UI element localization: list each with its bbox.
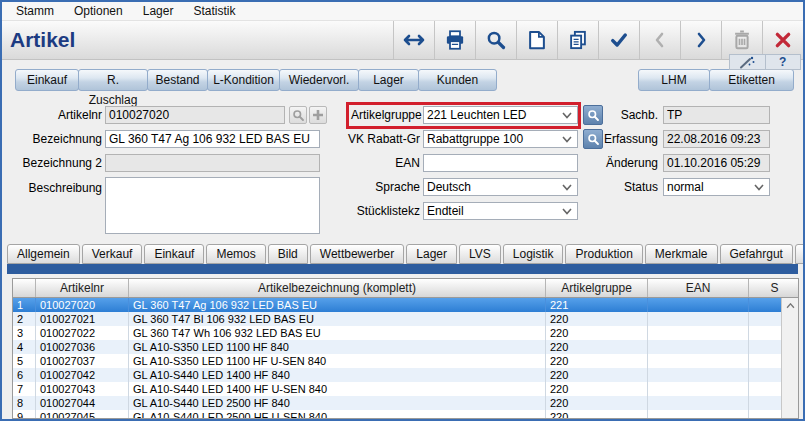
aenderung-label: Änderung	[558, 154, 658, 172]
menu-item[interactable]: Statistik	[183, 4, 245, 18]
vk-rabatt-gr-select[interactable]: Rabattgruppe 100	[423, 130, 578, 148]
tab[interactable]: Allgemein	[7, 244, 80, 264]
status-value: normal	[667, 180, 754, 194]
tab[interactable]: Wettbewerber	[310, 244, 404, 264]
quick-button[interactable]: Einkauf	[15, 69, 79, 91]
ean-cell	[648, 312, 749, 326]
menu-item[interactable]: Lager	[133, 4, 184, 18]
quick-button[interactable]: Etiketten	[709, 69, 794, 91]
menu-item[interactable]: Stamm	[6, 4, 64, 18]
copy-button[interactable]	[557, 21, 598, 59]
status-select[interactable]: normal	[663, 178, 770, 196]
table-row[interactable]: 6 010027042 GL A10-S440 LED 1400 HF 840 …	[13, 368, 781, 382]
erfassung-field[interactable]	[663, 130, 770, 148]
row-number-cell: 2	[13, 312, 36, 326]
row-number-cell: 7	[13, 382, 36, 396]
artikel-window: StammOptionenLagerStatistik Artikel ? Ei…	[0, 0, 805, 421]
wizard-button[interactable]	[730, 55, 766, 69]
artikelgruppe-cell: 220	[546, 382, 648, 396]
tab[interactable]: Gefahrgut	[720, 244, 793, 264]
chevron-up-icon	[786, 303, 795, 309]
ean-cell	[648, 340, 749, 354]
ean-cell	[648, 396, 749, 410]
tab[interactable]: Logistik	[503, 244, 564, 264]
bezeichnung-field[interactable]	[105, 130, 320, 148]
row-number-cell: 5	[13, 354, 36, 368]
table-row[interactable]: 4 010027036 GL A10-S350 LED 1100 HF 840 …	[13, 340, 781, 354]
bezeichnung-label: Bezeichnung	[2, 130, 102, 148]
column-header-artikelnr[interactable]: Artikelnr	[36, 279, 129, 297]
table-row[interactable]: 2 010027021 GL 360 T47 Bl 106 932 LED BA…	[13, 312, 781, 326]
table-row[interactable]: 3 010027022 GL 360 T47 Wh 106 932 LED BA…	[13, 326, 781, 340]
column-header-s[interactable]: S	[749, 279, 799, 297]
scroll-up-button[interactable]	[782, 298, 798, 314]
artikelbezeichnung-cell: GL A10-S350 LED 1100 HF 840	[129, 340, 546, 354]
tab[interactable]: LVS	[459, 244, 501, 264]
sachbearbeiter-field[interactable]	[663, 106, 770, 124]
quick-button-row: EinkaufR. ZuschlagBestandL-KonditionWied…	[2, 69, 803, 91]
artikelgruppe-value: 221 Leuchten LED	[427, 108, 562, 122]
column-header-ean[interactable]: EAN	[648, 279, 749, 297]
tab[interactable]: Produktion	[565, 244, 642, 264]
ean-field[interactable]	[423, 154, 578, 172]
article-table: Artikelnr Artikelbezeichnung (komplett) …	[12, 278, 799, 419]
quick-button[interactable]: R. Zuschlag	[78, 69, 148, 91]
artikelnr-add-button[interactable]	[309, 106, 327, 124]
table-row[interactable]: 8 010027044 GL A10-S440 LED 2500 HF 840 …	[13, 396, 781, 410]
artikelgruppe-select[interactable]: 221 Leuchten LED	[423, 106, 578, 124]
next-button[interactable]	[680, 21, 721, 59]
beschreibung-field[interactable]	[105, 177, 320, 234]
ean-cell	[648, 298, 749, 312]
tab[interactable]: Textdruck	[795, 244, 805, 264]
artikelbezeichnung-cell: GL A10-S440 LED 1400 HF U-SEN 840	[129, 382, 546, 396]
table-scrollbar[interactable]	[781, 298, 798, 418]
table-body: 1 010027020 GL 360 T47 Ag 106 932 LED BA…	[13, 298, 781, 418]
stuecklistekz-select[interactable]: Endteil	[423, 202, 578, 220]
column-header[interactable]	[13, 279, 36, 297]
tab[interactable]: Memos	[206, 244, 265, 264]
tab[interactable]: Merkmale	[645, 244, 718, 264]
table-row[interactable]: 5 010027037 GL A10-S350 LED 1100 HF U-SE…	[13, 354, 781, 368]
quick-button[interactable]: Bestand	[147, 69, 208, 91]
sprache-select[interactable]: Deutsch	[423, 178, 578, 196]
quick-button[interactable]: Lager	[358, 69, 419, 91]
search-button[interactable]	[475, 21, 516, 59]
s-cell	[749, 326, 781, 340]
help-icon: ?	[779, 56, 786, 68]
confirm-button[interactable]	[598, 21, 639, 59]
tab[interactable]: Lager	[406, 244, 457, 264]
table-row[interactable]: 7 010027043 GL A10-S440 LED 1400 HF U-SE…	[13, 382, 781, 396]
row-number-cell: 8	[13, 396, 36, 410]
tab[interactable]: Bild	[268, 244, 308, 264]
bezeichnung2-field[interactable]	[105, 154, 320, 172]
checkmark-icon	[609, 30, 629, 50]
menu-item[interactable]: Optionen	[64, 4, 133, 18]
artikelnr-field[interactable]	[105, 106, 285, 124]
table-row[interactable]: 1 010027020 GL 360 T47 Ag 106 932 LED BA…	[13, 298, 781, 312]
document-icon	[528, 30, 546, 50]
artikelbezeichnung-cell: GL A10-S350 LED 1100 HF U-SEN 840	[129, 354, 546, 368]
sachbearbeiter-label: Sachb.	[558, 106, 658, 124]
aenderung-field[interactable]	[663, 154, 770, 172]
quick-button[interactable]: Kunden	[418, 69, 497, 91]
tab[interactable]: Einkauf	[144, 244, 204, 264]
artikelbezeichnung-cell: GL 360 T47 Bl 106 932 LED BAS EU	[129, 312, 546, 326]
help-button[interactable]: ?	[766, 55, 801, 69]
column-header-artikelbezeichnung[interactable]: Artikelbezeichnung (komplett)	[129, 279, 546, 297]
ean-cell	[648, 354, 749, 368]
transfer-button[interactable]	[393, 21, 434, 59]
quick-button[interactable]: LHM	[638, 69, 710, 91]
artikelnr-label: Artikelnr	[2, 106, 102, 124]
previous-button[interactable]	[639, 21, 680, 59]
tab[interactable]: Verkauf	[82, 244, 143, 264]
column-header-artikelgruppe[interactable]: Artikelgruppe	[546, 279, 648, 297]
artikelnr-cell: 010027036	[36, 340, 129, 354]
table-row[interactable]: 9 010027045 GL A10-S440 LED 2500 HF U-SE…	[13, 410, 781, 418]
search-icon	[292, 109, 305, 122]
quick-button[interactable]: L-Kondition	[207, 69, 280, 91]
new-document-button[interactable]	[516, 21, 557, 59]
row-number-cell: 9	[13, 410, 36, 418]
quick-button[interactable]: Wiedervorl.	[279, 69, 359, 91]
print-button[interactable]	[434, 21, 475, 59]
artikelnr-search-button[interactable]	[289, 106, 307, 124]
